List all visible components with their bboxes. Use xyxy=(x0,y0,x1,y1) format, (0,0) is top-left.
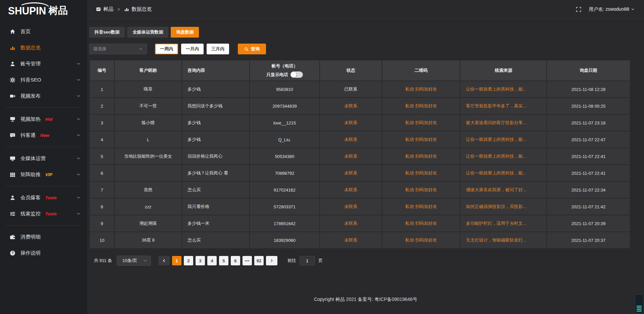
lead-source-link[interactable]: 让你一眼就爱上的黑科技，能... xyxy=(466,137,526,142)
data-tab[interactable]: 抖音seo数据 xyxy=(89,27,125,38)
phone-only-toggle[interactable] xyxy=(290,71,303,78)
scan-add-friend-link[interactable]: 扫码加好友 xyxy=(415,120,437,125)
cell-status: 已联系 xyxy=(320,81,382,97)
page-button[interactable]: ••• xyxy=(243,256,252,265)
private-message-link[interactable]: 私信 xyxy=(405,187,414,192)
goto-unit: 页 xyxy=(318,258,323,264)
cell-lead-source: 让你一眼就爱上的黑科技，能... xyxy=(461,132,546,148)
sidebar-item[interactable]: 矩阵助推 VIP xyxy=(0,166,87,182)
sidebar-item[interactable]: 视频加热 Hot xyxy=(0,111,87,127)
private-message-link[interactable]: 私信 xyxy=(405,238,414,243)
cell-status: 未联系 xyxy=(320,115,382,131)
status-badge: 未联系 xyxy=(344,221,358,226)
chevron-down-icon xyxy=(76,94,80,98)
scan-add-friend-link[interactable]: 扫码加好友 xyxy=(415,137,437,142)
sidebar-item[interactable]: 首页 xyxy=(0,23,87,40)
lead-source-link[interactable]: 如何正确选择投影仪，买投影... xyxy=(466,204,526,209)
cell-inquiry-date: 2021-11-08 00:25 xyxy=(547,98,630,114)
lead-source-link[interactable]: 让你一眼就爱上的黑科技，能... xyxy=(466,154,526,159)
private-message-link[interactable]: 私信 xyxy=(405,103,414,108)
sidebar-item-label: 账号管理 xyxy=(20,61,41,67)
scan-add-friend-link[interactable]: 扫码加好友 xyxy=(415,204,437,209)
lead-source-link[interactable]: 让你一眼就爱上的黑科技，能... xyxy=(466,87,526,92)
cell-qrcode: 私信 扫码加好友 xyxy=(382,115,460,131)
cell-inquiry-date: 2021-11-07 20:39 xyxy=(547,215,630,231)
search-button[interactable]: 查询 xyxy=(238,44,266,54)
cell-account: Q_Liu. xyxy=(250,132,319,148)
cell-inquiry-date: 2021-11-07 22:41 xyxy=(547,165,630,181)
sidebar-item[interactable]: 全媒体运营 xyxy=(0,150,87,166)
private-message-link[interactable]: 私信 xyxy=(405,87,414,92)
scan-add-friend-link[interactable]: 扫码加好友 xyxy=(415,170,437,175)
lead-source-link[interactable]: 无主灯设计，智能磁吸轨道灯... xyxy=(466,238,526,243)
prev-page-button[interactable] xyxy=(158,256,170,265)
goto-page-input[interactable] xyxy=(300,256,315,265)
cell-qrcode: 私信 扫码加好友 xyxy=(382,165,460,181)
fullscreen-icon[interactable] xyxy=(576,7,581,12)
cell-inquiry-content: 怎么买 xyxy=(182,232,249,248)
sidebar-item-label: 抖客通 xyxy=(20,132,36,139)
sidebar-item[interactable]: 视频发布 xyxy=(0,88,87,104)
private-message-link[interactable]: 私信 xyxy=(405,170,414,175)
private-message-link[interactable]: 私信 xyxy=(405,154,414,159)
page-button[interactable]: 3 xyxy=(196,256,205,265)
date-range-button[interactable]: 三月内 xyxy=(207,44,229,54)
scan-add-friend-link[interactable]: 扫码加好友 xyxy=(415,221,437,226)
data-tab[interactable]: 询盘数据 xyxy=(171,27,199,38)
page-button[interactable]: 6 xyxy=(231,256,240,265)
status-badge: 未联系 xyxy=(344,187,358,192)
page-button[interactable]: 4 xyxy=(207,256,217,265)
col-account-phone: 帐号（电话） 只显示电话 xyxy=(250,60,319,81)
sidebar-item[interactable]: 线索监控 Tools xyxy=(0,206,87,222)
page-button[interactable]: 5 xyxy=(219,256,228,265)
overlay-widget xyxy=(635,295,643,313)
data-tab[interactable]: 全媒体运营数据 xyxy=(127,27,168,38)
sidebar-item[interactable]: ? 操作说明 xyxy=(0,245,87,261)
page-button[interactable]: 2 xyxy=(184,256,193,265)
sidebar-item[interactable]: 账号管理 xyxy=(0,56,87,72)
breadcrumb-page[interactable]: 数据总览 xyxy=(131,6,152,12)
cell-nickname: 当地比较能吃的一位美女 xyxy=(115,148,182,164)
cell-status: 未联系 xyxy=(320,98,382,114)
date-range-button[interactable]: 一月内 xyxy=(181,44,204,54)
sidebar-item-label: 线索监控 xyxy=(20,211,41,217)
lead-source-link[interactable]: 客厅安装投影半年多了，真实... xyxy=(466,103,526,108)
scan-add-friend-link[interactable]: 扫码加好友 xyxy=(415,154,437,159)
cell-lead-source: 让你一眼就爱上的黑科技，能... xyxy=(461,165,546,181)
sidebar-item[interactable]: 数据总览 xyxy=(0,40,87,56)
pagination: 共 911 条 10条/页 123456•••92 xyxy=(89,256,631,266)
cell-status: 未联系 xyxy=(320,132,382,148)
cell-inquiry-content: 多少钱一米 xyxy=(182,215,249,231)
user-menu[interactable]: 用户名: zswodun88 xyxy=(589,6,635,12)
sidebar-item-label: 视频加热 xyxy=(20,116,41,122)
page-button[interactable]: 92 xyxy=(254,256,264,265)
date-range-button[interactable]: 一周内 xyxy=(155,44,178,54)
cell-index: 2 xyxy=(90,98,114,114)
lead-source-link[interactable]: 被大家追着问的客厅投影分享... xyxy=(466,120,526,125)
sidebar-item[interactable]: 抖客通 New xyxy=(0,127,87,143)
status-badge: 未联系 xyxy=(344,204,358,209)
account-select[interactable]: 请选择 xyxy=(89,44,147,54)
private-message-link[interactable]: 私信 xyxy=(405,137,414,142)
sidebar-item[interactable]: 会员爆客 Tools xyxy=(0,190,87,206)
sidebar-item[interactable]: 抖音SEO xyxy=(0,72,87,88)
scan-add-friend-link[interactable]: 扫码加好友 xyxy=(415,238,437,243)
next-page-button[interactable] xyxy=(266,256,277,265)
breadcrumb-app[interactable]: 树品 xyxy=(103,6,113,12)
sidebar-item[interactable]: 消费明细 xyxy=(0,229,87,245)
lead-source-link[interactable]: 让你一眼就爱上的黑科技，能... xyxy=(466,170,526,175)
page-button[interactable]: 1 xyxy=(172,256,181,265)
lead-source-link[interactable]: 感谢大家喜欢我家，被问了好... xyxy=(466,187,526,192)
private-message-link[interactable]: 私信 xyxy=(405,221,414,226)
sidebar-item-label: 操作说明 xyxy=(20,250,41,256)
cell-account: 183929060 xyxy=(250,232,319,248)
scan-add-friend-link[interactable]: 扫码加好友 xyxy=(415,187,437,192)
page-size-select[interactable]: 10条/页 xyxy=(117,256,151,266)
private-message-link[interactable]: 私信 xyxy=(405,204,414,209)
lead-source-link[interactable]: 多功能护栏灯，适用于乡村文... xyxy=(466,221,526,226)
cell-index: 4 xyxy=(90,132,114,148)
scan-add-friend-link[interactable]: 扫码加好友 xyxy=(415,87,437,92)
private-message-link[interactable]: 私信 xyxy=(405,120,414,125)
scan-add-friend-link[interactable]: 扫码加好友 xyxy=(415,103,437,108)
cell-inquiry-date: 2021-11-07 22:41 xyxy=(547,148,630,164)
